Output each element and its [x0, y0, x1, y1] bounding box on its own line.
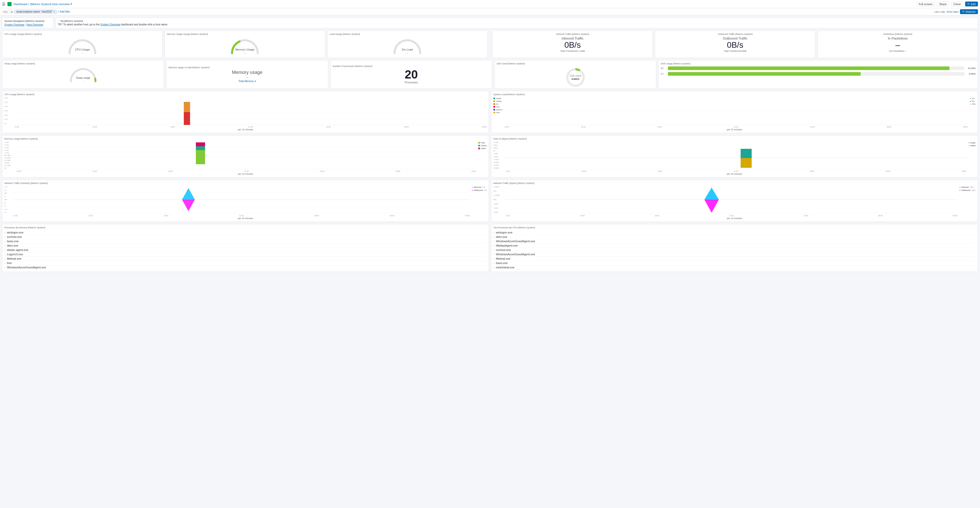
cpu-chart-title: CPU Usage [Metrics System] [4, 93, 487, 96]
load-gauge-wrap: 5m Load – [329, 37, 485, 56]
top-bar: ☰ Dashboard / [Metrics System] Host over… [0, 0, 980, 8]
top-processes-cpu-list: –winlogon.exe –dwm.exe –WindowsAzureGues… [493, 230, 976, 270]
list-item: –WindowsAzureGuestAgent.exe [493, 252, 976, 257]
disk-io-title: Disk IO (Bytes) [Metrics System] [493, 138, 976, 140]
memory-vs-value: Memory usage [232, 70, 262, 75]
cpu-chart-svg [14, 97, 487, 125]
clone-button[interactable]: Clone [951, 2, 963, 6]
system-load-svg [504, 97, 968, 125]
refresh-icon: ↻ [962, 10, 965, 13]
svg-rect-31 [196, 142, 205, 146]
processes-panel: Number of processes [Metrics System] 20 … [330, 60, 492, 89]
load-gauge-panel: Load Gauge [Metrics System] 5m Load – [327, 30, 488, 58]
tip-title: ··· Tip [Metrics System] [58, 20, 976, 22]
memory-vs-panel: Memory usage vs total [Metrics System] M… [166, 60, 328, 89]
disk-usage-panel: Disk Usage [Metrics System] D:\ 13.23% C… [659, 60, 978, 89]
filter-remove-icon[interactable]: × [54, 10, 55, 13]
refresh-button[interactable]: ↻ Refresh [960, 9, 978, 14]
inbound-sub: Total Transferred 1.4MB [495, 50, 651, 52]
memory-gauge-panel: Memory Usage Gauge [Metrics System] Memo… [164, 30, 325, 58]
memory-gauge-title: Memory Usage Gauge [Metrics System] [167, 33, 323, 35]
cpu-x-axis: 12:00 15:00 18:00 21:00 03:00 06:00 09:0… [14, 126, 487, 128]
system-load-title: System Load [Metrics System] [493, 93, 976, 96]
net-pkt-svg [13, 186, 470, 214]
memory-y-axis: 1.9GB 1.7GB 1.5GB 1.3GB 1.1GB 908.7MB 70… [4, 141, 16, 169]
sys-nav-title: System Navigation [Metrics System] [4, 20, 51, 22]
network-packets-title: Network Traffic (Packets) [Metrics Syste… [4, 182, 487, 184]
processes-memory-title: Processes By Memory [Metrics System] [4, 226, 487, 229]
tip-link[interactable]: System Overview [100, 23, 120, 26]
breadcrumb-chevron[interactable]: ▾ [71, 2, 72, 6]
list-item: –dwm.exe [4, 243, 487, 248]
list-item: –dwm.exe [493, 235, 976, 239]
edit-button[interactable]: ✏ Edit [965, 2, 978, 6]
net-bytes-footer: per 10 minutes [493, 217, 976, 220]
disk-io-footer: per 10 minutes [493, 173, 976, 175]
filter-bar: KQL ⊕ cloud.instance.name: "win2016" × +… [0, 8, 980, 15]
disk-used-title: Disk Used [Metrics System] [497, 62, 525, 65]
swap-gauge-svg: Swap usage – [68, 66, 99, 84]
svg-text:Disk used: Disk used [570, 75, 581, 77]
disk-used-panel: Disk Used [Metrics System] Disk used 8.6… [494, 60, 656, 89]
net-pkt-legend: ●Inbound0/s ●Outbound0/s [471, 186, 487, 216]
svg-text:–: – [83, 80, 84, 83]
disk-used-svg: Disk used 8.692% [563, 66, 588, 86]
system-load-panel: System Load [Metrics System] iowait soft… [491, 91, 978, 133]
svg-text:5m Load: 5m Load [402, 48, 413, 51]
disk-io-y-axis: 14.9B/s 9.9B/s 4.9B/s 0B -4.9B/s -9.9B/s… [493, 141, 504, 169]
processes-count: 20 [405, 68, 418, 80]
disk-io-panel: Disk IO (Bytes) [Metrics System] 14.9B/s… [491, 135, 978, 178]
svg-rect-30 [196, 146, 205, 150]
fullscreen-button[interactable]: Full screen [916, 2, 935, 6]
outbound-value: 0B/s [657, 41, 813, 49]
breadcrumb-sep: / [29, 3, 29, 6]
disk-bar-c: C:\ 8.55% [661, 72, 976, 76]
system-load-legend-right: ●1m ●5m ●15m [969, 97, 976, 128]
svg-marker-43 [182, 188, 195, 200]
svg-marker-44 [182, 200, 195, 211]
svg-text:Swap usage: Swap usage [76, 76, 90, 79]
list-item: –WindowsAzureGuestAgent.exe [493, 239, 976, 243]
host-overview-link[interactable]: Host Overview [26, 23, 43, 26]
system-load-footer: per 10 minutes [493, 128, 976, 131]
hamburger-icon[interactable]: ☰ [2, 2, 5, 6]
outbound-sub: Total Transferred 8MB [657, 50, 813, 52]
memory-chart-svg [17, 141, 476, 169]
list-item: –WindowsAzureGuestAgent.exe [4, 265, 487, 270]
svg-rect-19 [184, 102, 190, 112]
list-item: –filebeat.exe [493, 257, 976, 261]
packetloss-value: – [820, 41, 976, 49]
list-item: –elastic-agent.exe [4, 248, 487, 252]
memory-legend: Free Cache Used [477, 141, 487, 172]
add-filter-button[interactable]: + Add filter [58, 10, 70, 13]
show-dates-button[interactable]: Show dates [947, 11, 958, 13]
network-bytes-panel: Network Traffic (Bytes) [Metrics System]… [491, 179, 978, 222]
system-load-legend-left: iowait softirq irq nice system user [493, 97, 503, 128]
memory-vs-title: Memory usage vs total [Metrics System] [169, 66, 210, 69]
svg-text:CPU Usage: CPU Usage [75, 48, 90, 51]
filter-tag[interactable]: cloud.instance.name: "win2016" × [14, 10, 57, 14]
search-type-toggle[interactable]: KQL [2, 10, 9, 14]
processes-memory-list: –winlogon.exe –svchost.exe –lsass.exe –d… [4, 230, 487, 270]
load-gauge-title: Load Gauge [Metrics System] [329, 33, 485, 35]
list-item: –free [4, 261, 487, 265]
outbound-label: Outbound Traffic [657, 37, 813, 40]
system-overview-link[interactable]: System Overview [4, 23, 24, 26]
filter-icon: ⊕ [10, 10, 13, 14]
memory-vs-total[interactable]: Total Memory ▾ [239, 80, 256, 83]
outbound-traffic-panel: Outbound Traffic [Metrics System] Outbou… [655, 30, 815, 58]
share-button[interactable]: Share [937, 2, 949, 6]
swap-gauge-panel: Swap usage [Metrics System] Swap usage – [2, 60, 164, 89]
time-range-label: Last 1 day [934, 11, 945, 13]
breadcrumb-title: [Metrics System] Host overview [30, 3, 70, 6]
breadcrumb-dashboard[interactable]: Dashboard [14, 3, 27, 6]
svg-text:–: – [407, 52, 408, 54]
svg-text:Memory Usage: Memory Usage [235, 48, 255, 51]
packetloss-sub: Out Packetloss – [820, 50, 976, 52]
cpu-gauge-panel: CPU Usage Gauge [Metrics System] CPU Usa… [2, 30, 162, 58]
memory-gauge-svg: Memory Usage – [228, 37, 262, 56]
top-bar-left: ☰ Dashboard / [Metrics System] Host over… [2, 2, 916, 6]
svg-marker-49 [704, 200, 719, 213]
list-item: –WaAppAgent.exe [493, 243, 976, 248]
top-processes-cpu-title: Top Processes By CPU [Metrics System] [493, 226, 976, 229]
